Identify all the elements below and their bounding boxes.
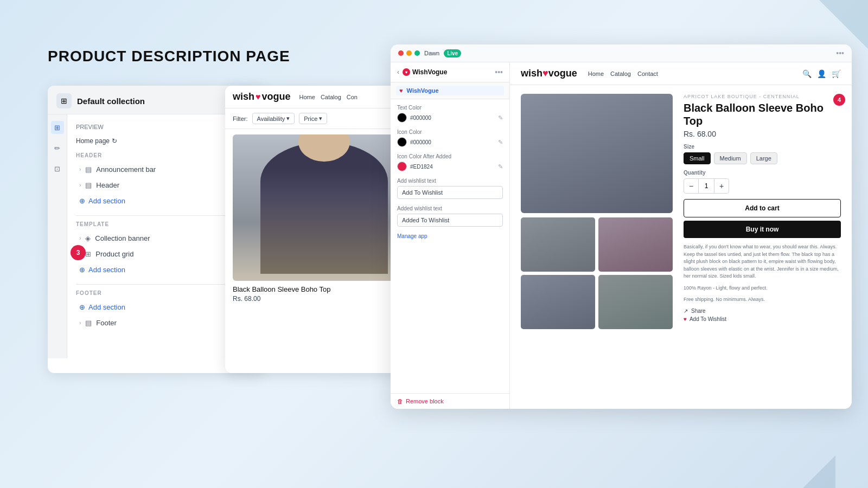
pd-size-small[interactable]: Small [684,152,711,164]
add-section-label: Add section [88,266,125,274]
header-icon: ▤ [85,181,92,189]
wishlist-label[interactable]: Add To Wishlist [690,316,726,322]
config-more-icon[interactable]: ••• [495,68,503,76]
outer-body: ‹ ♥ WishVogue ••• ♥ WishVogue Text Color [391,62,852,409]
text-color-swatch[interactable] [397,113,407,123]
config-header: ‹ ♥ WishVogue ••• [391,62,509,82]
pd-images [521,94,673,329]
edit-icon[interactable]: ✎ [498,163,503,170]
pd-thumb-1[interactable] [521,217,595,272]
added-wishlist-text-field: Added wishlist text [397,206,503,227]
pd-qty-value: 1 [698,179,714,193]
deco-triangle-bottom-right [770,423,835,488]
search-icon[interactable]: 🔍 [802,69,812,78]
manage-app-link[interactable]: Manage app [397,233,503,239]
page-title: PRODUCT DESCRIPTION PAGE [48,48,290,65]
nav-link-home[interactable]: Home [299,94,315,100]
pd-description-1: Basically, if you don't know what to wea… [684,243,841,280]
pd-size-large[interactable]: Large [750,152,777,164]
pd-info: 4 APRICOT LAKE BOUTIQUE - CENTENNIAL Bla… [684,94,841,329]
account-icon[interactable]: 👤 [817,69,826,78]
icon-color-added-field: Icon Color After Added #ED1824 ✎ [397,153,503,171]
pd-thumb-4[interactable] [598,275,673,329]
pd-thumb-2[interactable] [598,217,673,272]
pd-size-medium[interactable]: Medium [714,152,747,164]
collection-banner-icon: ◈ [85,234,91,242]
chevron-right-icon: › [79,166,81,172]
store-nav-links: Home Catalog Con [299,94,358,100]
store-logo: wish♥vogue [233,91,291,102]
trash-icon: 🗑 [397,398,403,404]
traffic-lights [398,50,420,56]
pd-nav-home[interactable]: Home [588,70,604,77]
nav-item-label: Product grid [95,250,133,258]
edit-icon[interactable]: ✎ [498,114,503,121]
sidebar-icon-sections[interactable]: ⊞ [51,121,64,134]
announcement-bar-icon: ▤ [85,165,92,174]
chevron-right-icon: › [79,235,81,241]
color-swatch-row: #ED1824 [397,162,433,171]
pd-qty-label: Quantity [684,170,841,176]
topbar-more-icon[interactable]: ••• [836,49,844,57]
config-brand: ♥ WishVogue [403,68,447,76]
add-wishlist-text-field: Add wishlist text [397,178,503,199]
filter-availability[interactable]: Availability ▾ [252,113,295,124]
remove-block-btn[interactable]: 🗑 Remove block [391,393,509,409]
template-wishlist-badge: 3 [71,245,86,260]
pd-logo: wish♥vogue [521,68,577,79]
traffic-red [398,50,404,56]
chevron-down-icon: ▾ [286,115,290,122]
panel-icon: ⊞ [56,93,72,108]
filter-price[interactable]: Price ▾ [299,113,327,124]
pd-share-row: ↗ Share [684,308,841,314]
topbar-label: Dawn [424,50,439,56]
icon-color-added-hex: #ED1824 [410,164,433,170]
product-name: Black Balloon Sleeve Boho Top [233,285,416,293]
add-wishlist-text-input[interactable] [397,186,503,199]
share-label: Share [691,308,706,314]
plus-icon: ⊕ [79,197,85,205]
traffic-yellow [406,50,412,56]
nav-item-label: Collection banner [95,234,150,242]
pd-price: Rs. 68.00 [684,130,841,138]
pd-nav-catalog[interactable]: Catalog [610,70,631,77]
preview-refresh-icon[interactable]: ↻ [112,137,117,145]
edit-icon[interactable]: ✎ [498,139,503,146]
sidebar-icon-apps[interactable]: ⊡ [51,162,64,175]
pd-qty-increase-btn[interactable]: + [714,179,729,193]
pd-nav-icons: 🔍 👤 🛒 [802,69,841,78]
submenu-icon: ♥ [399,87,403,94]
back-arrow-icon[interactable]: ‹ [397,68,399,76]
pd-nav: wish♥vogue Home Catalog Contact 🔍 👤 🛒 [510,62,852,85]
pd-qty-decrease-btn[interactable]: − [684,179,698,193]
pd-size-label: Size [684,144,841,150]
pd-nav-contact[interactable]: Contact [637,70,658,77]
submenu-wishvogue[interactable]: ♥ WishVogue [396,86,504,95]
icon-color-hex: #000000 [410,139,431,145]
pd-wishlist-badge: 4 [833,94,845,106]
nav-item-label: Header [96,181,119,189]
right-outer-panel: Dawn Live ••• ‹ ♥ WishVogue ••• ♥ WishVo… [391,44,852,409]
pd-content: 4 APRICOT LAKE BOUTIQUE - CENTENNIAL Bla… [510,85,852,338]
pd-thumb-3[interactable] [521,275,595,329]
text-color-field: Text Color #000000 ✎ [397,105,503,123]
pd-wishlist-row: ♥ Add To Wishlist [684,316,841,322]
sidebar-icon-rail: ⊞ ✏ ⊡ [48,114,67,358]
submenu-label: WishVogue [407,87,439,94]
pd-add-cart-btn[interactable]: Add to cart [684,199,841,217]
icon-color-added-swatch[interactable] [397,162,407,171]
nav-link-con[interactable]: Con [347,94,358,100]
added-wishlist-text-input[interactable] [397,214,503,227]
wishlist-heart-icon: ♥ [684,316,687,322]
filter-label: Filter: [233,115,248,122]
cart-icon[interactable]: 🛒 [832,69,841,78]
sidebar-icon-theme[interactable]: ✏ [51,142,64,155]
footer-icon: ▤ [85,319,92,327]
pd-buy-now-btn[interactable]: Buy it now [684,221,841,238]
product-detail-preview: wish♥vogue Home Catalog Contact 🔍 👤 🛒 [510,62,852,409]
outer-topbar: Dawn Live ••• [391,44,852,62]
pd-qty-control: − 1 + [684,178,729,194]
nav-link-catalog[interactable]: Catalog [321,94,341,100]
icon-color-swatch[interactable] [397,137,407,147]
add-section-label: Add section [88,197,125,205]
